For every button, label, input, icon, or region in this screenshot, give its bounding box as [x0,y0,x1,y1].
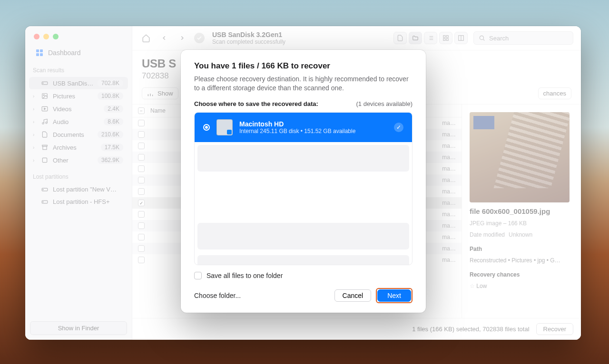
sidebar-lost-partition[interactable]: Lost partition - HFS+ [29,196,128,208]
row-checkbox[interactable] [138,245,145,252]
svg-rect-25 [446,38,448,40]
toolbar-title: USB SanDisk 3.2Gen1 [212,31,285,38]
filter-chances-button[interactable]: chances [538,87,571,99]
inspector: file 600x600_001059.jpg JPEG image – 166… [462,105,581,318]
chevron-right-icon: › [33,132,38,137]
sidebar: Dashboard Scan results USB SanDisk…702.8… [25,26,132,340]
save-one-folder-checkbox[interactable] [194,272,202,279]
sidebar-item-count: 362.9K [98,156,123,164]
svg-point-10 [42,123,44,125]
minimize-window-button[interactable] [43,34,49,39]
select-all-checkbox[interactable]: − [138,107,145,114]
row-meta: ma… [442,177,456,183]
sidebar-item-count: 8.6K [104,118,123,125]
svg-line-29 [483,39,485,41]
inspector-date-label: Date modified [470,231,505,238]
sidebar-item-label: Lost partition "New V… [53,186,123,193]
grid-icon [36,49,43,57]
choose-folder-button[interactable]: Choose folder... [194,292,241,299]
sidebar-item-videos[interactable]: ›Videos2.4K [29,103,128,115]
view-columns-icon[interactable] [454,32,468,44]
svg-rect-2 [36,53,39,56]
back-button[interactable] [158,32,170,44]
row-checkbox[interactable] [138,177,145,183]
sidebar-item-usb-sandisk-[interactable]: USB SanDisk…702.8K [29,77,128,89]
recover-button[interactable]: Recover [536,323,573,335]
sidebar-item-label: Documents [53,131,94,138]
destination-item-macintosh-hd[interactable]: Macintosh HD Internal 245.11 GB disk • 1… [195,113,412,142]
filter-show-button[interactable]: Show [142,87,178,99]
show-in-finder-button[interactable]: Show in Finder [30,321,127,335]
view-file-icon[interactable] [393,32,407,44]
sidebar-item-label: Pictures [53,93,94,100]
row-checkbox[interactable] [138,165,145,172]
sidebar-item-archives[interactable]: ›Archives17.5K [29,141,128,153]
search-input[interactable]: Search [473,31,573,45]
video-icon [41,105,49,112]
svg-rect-24 [443,38,445,40]
sidebar-dashboard-label: Dashboard [48,49,81,57]
svg-point-7 [43,95,44,96]
sidebar-scan-results-caption: Scan results [25,60,132,77]
sidebar-item-count: 702.8K [98,79,123,87]
row-checkbox[interactable] [138,211,145,218]
svg-point-18 [43,201,43,202]
close-window-button[interactable] [34,34,39,39]
row-checkbox[interactable] [138,188,145,195]
row-checkbox[interactable] [138,154,145,161]
sidebar-item-other[interactable]: ›Other362.9K [29,154,128,166]
row-checkbox[interactable] [138,257,145,263]
destination-placeholder [197,223,409,249]
audio-icon [41,118,49,125]
sidebar-item-documents[interactable]: ›Documents210.6K [29,128,128,141]
sidebar-lost-caption: Lost partitions [25,167,132,183]
row-meta: ma… [442,222,456,229]
star-icon: ☆ [470,283,475,289]
sidebar-item-label: Lost partition - HFS+ [53,198,123,205]
status-check-icon [194,33,205,43]
row-meta: ma… [442,245,456,252]
row-checkbox[interactable] [138,200,145,206]
view-list-icon[interactable] [424,32,437,44]
row-checkbox[interactable] [138,234,145,240]
sidebar-dashboard[interactable]: Dashboard [29,46,128,59]
destination-placeholder [197,145,409,172]
svg-rect-23 [446,36,448,38]
window-controls [25,26,132,45]
home-icon[interactable] [140,32,152,44]
sidebar-item-count: 100.8K [98,92,123,100]
choose-destination-label: Choose where to save the recovered data: [194,100,318,107]
row-checkbox[interactable] [138,222,145,229]
preview-thumbnail [470,112,570,202]
sidebar-item-pictures[interactable]: ›Pictures100.8K [29,90,128,102]
toolbar-subtitle: Scan completed successfully [212,38,285,45]
save-one-folder-label: Save all files to one folder [206,272,283,279]
destination-sub: Internal 245.11 GB disk • 151.52 GB avai… [239,128,355,134]
chevron-right-icon: › [33,94,38,99]
sidebar-item-count: 2.4K [104,105,123,113]
view-grid-icon[interactable] [439,32,452,44]
sliders-icon [147,90,154,97]
forward-button[interactable] [176,32,188,44]
devices-available: (1 devices available) [356,100,413,107]
drive-icon [41,199,49,205]
svg-point-11 [46,122,48,124]
row-checkbox[interactable] [138,131,145,138]
sidebar-lost-partition[interactable]: Lost partition "New V… [29,183,128,195]
row-checkbox[interactable] [138,143,145,149]
zoom-window-button[interactable] [53,34,59,39]
column-name: Name [150,107,166,114]
row-meta: ma… [442,211,456,218]
next-button-highlight: Next [376,288,413,303]
row-checkbox[interactable] [138,120,145,126]
cancel-button[interactable]: Cancel [334,289,372,302]
view-folder-icon[interactable] [409,32,422,44]
sidebar-item-label: Archives [53,144,97,151]
sidebar-item-audio[interactable]: ›Audio8.6K [29,115,128,128]
view-mode-group [393,32,468,44]
row-meta: ma… [442,131,456,138]
row-meta: ma… [442,143,456,149]
svg-rect-0 [36,49,39,52]
next-button[interactable]: Next [377,289,411,302]
status-summary: 1 files (166 KB) selected, 702838 files … [412,326,529,333]
